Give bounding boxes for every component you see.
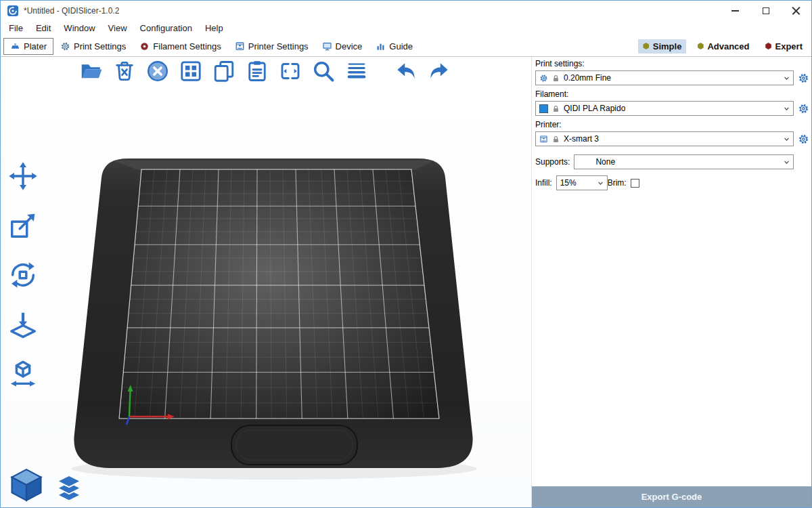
delete-all-button[interactable] <box>144 58 171 85</box>
window-title: *Untitled - QIDISlicer-1.0.2 <box>24 6 119 16</box>
search-icon <box>311 59 336 83</box>
rotate-icon <box>7 259 39 291</box>
view-3d-editor-button[interactable] <box>7 466 45 504</box>
plater-toolbar <box>78 58 453 85</box>
filament-value: QIDI PLA Rapido <box>564 104 625 113</box>
supports-row: Supports: None <box>535 154 809 169</box>
close-button[interactable] <box>781 1 811 20</box>
mode-label: Simple <box>653 41 682 51</box>
tab-label: Plater <box>24 41 47 51</box>
app-logo-icon <box>7 5 19 17</box>
tab-label: Device <box>336 41 363 51</box>
open-file-button[interactable] <box>78 58 105 85</box>
menu-file[interactable]: File <box>7 22 25 35</box>
filament-label: Filament: <box>535 89 809 99</box>
tab-label: Printer Settings <box>248 41 309 51</box>
printer-value: X-smart 3 <box>564 134 599 144</box>
minimize-button[interactable] <box>720 1 750 20</box>
window-controls <box>720 1 811 20</box>
printer-edit-button[interactable] <box>797 133 809 145</box>
tab-label: Filament Settings <box>153 41 221 51</box>
scale-tool-button[interactable] <box>5 208 41 243</box>
mode-advanced[interactable]: Advanced <box>692 39 754 54</box>
app-window: *Untitled - QIDISlicer-1.0.2 File Edit W… <box>0 0 812 508</box>
menu-help[interactable]: Help <box>203 22 225 35</box>
infill-combo[interactable]: 15% <box>556 175 608 190</box>
circle-x-icon <box>145 59 170 83</box>
search-button[interactable] <box>310 58 337 85</box>
filament-edit-button[interactable] <box>797 102 809 114</box>
copy-icon <box>212 59 236 83</box>
bed-handle <box>231 425 357 465</box>
trash-icon <box>112 59 137 83</box>
tab-label: Guide <box>389 41 413 51</box>
place-on-face-tool-button[interactable] <box>5 307 41 342</box>
settings-sidebar: Print settings: 0.20mm Fine Filament: QI… <box>531 57 811 507</box>
filament-combo[interactable]: QIDI PLA Rapido <box>535 101 794 116</box>
undo-arrow-icon <box>394 59 418 83</box>
tabbar: Plater Print Settings Filament Settings … <box>1 36 811 57</box>
paste-button[interactable] <box>244 58 271 85</box>
folder-open-icon <box>79 59 104 83</box>
infill-label: Infill: <box>535 178 552 188</box>
export-gcode-button[interactable]: Export G-code <box>532 486 811 507</box>
tab-filament-settings[interactable]: Filament Settings <box>133 38 227 55</box>
print-settings-combo[interactable]: 0.20mm Fine <box>535 70 794 85</box>
gear-icon <box>798 133 809 145</box>
tab-printer-settings[interactable]: Printer Settings <box>228 38 315 55</box>
tab-print-settings[interactable]: Print Settings <box>53 38 133 55</box>
tab-device[interactable]: Device <box>315 38 369 55</box>
brim-label: Brim: <box>608 178 627 188</box>
guide-bars-icon <box>376 41 386 51</box>
printer-bed <box>1 57 531 507</box>
rotate-tool-button[interactable] <box>5 257 41 293</box>
chevron-down-icon <box>782 104 791 113</box>
flatten-icon <box>7 309 39 340</box>
menu-view[interactable]: View <box>106 22 129 35</box>
paste-clipboard-icon <box>245 59 269 83</box>
delete-button[interactable] <box>111 58 138 85</box>
printer-combo[interactable]: X-smart 3 <box>535 131 794 146</box>
maximize-button[interactable] <box>750 1 781 20</box>
tab-plater[interactable]: Plater <box>3 38 53 55</box>
arrange-button[interactable] <box>177 58 204 85</box>
copy-button[interactable] <box>210 58 238 85</box>
layer-lines-icon <box>344 59 369 83</box>
menu-edit[interactable]: Edit <box>34 22 53 35</box>
move-tool-button[interactable] <box>5 158 41 194</box>
menu-window[interactable]: Window <box>62 22 97 35</box>
redo-button[interactable] <box>426 58 453 85</box>
undo-button[interactable] <box>392 58 420 85</box>
brim-checkbox[interactable] <box>631 179 639 188</box>
menubar: File Edit Window View Configuration Help <box>1 20 811 36</box>
mode-simple[interactable]: Simple <box>638 39 687 54</box>
menu-configuration[interactable]: Configuration <box>138 22 194 35</box>
view-preview-layers-button[interactable] <box>53 473 85 504</box>
print-settings-value: 0.20mm Fine <box>564 73 611 83</box>
chevron-down-icon <box>596 179 605 188</box>
variable-layer-height-button[interactable] <box>343 58 370 85</box>
chevron-down-icon <box>782 158 791 167</box>
layers-stack-icon <box>53 473 85 504</box>
move-arrows-icon <box>7 161 39 192</box>
titlebar[interactable]: *Untitled - QIDISlicer-1.0.2 <box>1 1 811 20</box>
measure-tool-button[interactable] <box>5 356 41 391</box>
split-objects-button[interactable] <box>277 58 304 85</box>
mode-expert[interactable]: Expert <box>761 39 807 54</box>
print-settings-gear-icon <box>60 41 70 51</box>
measure-icon <box>7 358 39 389</box>
mode-advanced-dot-icon <box>697 43 704 49</box>
infill-row: Infill: 15% Brim: <box>535 175 809 190</box>
filament-spool-icon <box>139 41 150 51</box>
supports-combo[interactable]: None <box>574 154 794 169</box>
print-settings-edit-button[interactable] <box>797 72 809 84</box>
close-icon <box>792 6 800 15</box>
gear-icon <box>798 103 809 114</box>
filament-color-swatch <box>539 104 548 113</box>
tab-guide[interactable]: Guide <box>369 38 420 55</box>
redo-arrow-icon <box>427 59 451 83</box>
plater-3d-viewport[interactable] <box>1 57 531 507</box>
printer-icon <box>235 41 245 51</box>
build-plate <box>119 169 439 419</box>
printer-icon <box>539 135 548 144</box>
